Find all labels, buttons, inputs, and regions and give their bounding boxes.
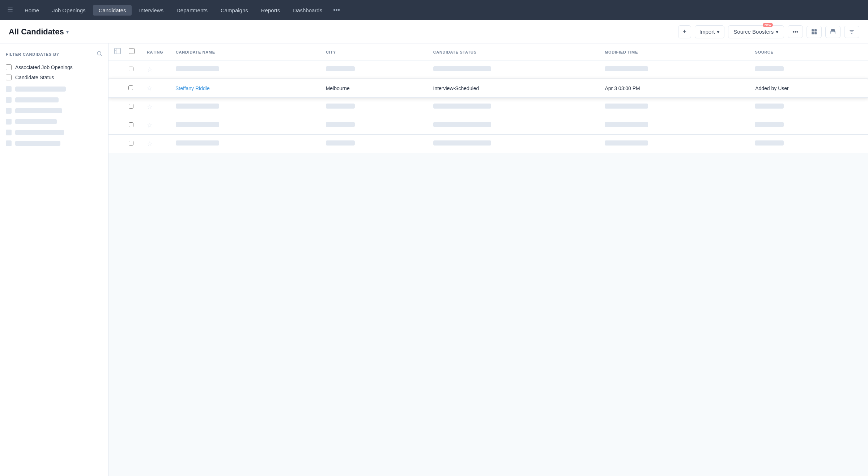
steffany-star-icon[interactable]: ☆ xyxy=(146,85,152,92)
associated-jobs-label: Associated Job Openings xyxy=(15,64,73,70)
print-button[interactable] xyxy=(825,26,841,38)
table-row: ☆ xyxy=(109,60,868,79)
top-navigation: ☰ Home Job Openings Candidates Interview… xyxy=(0,0,868,20)
row-checkbox[interactable] xyxy=(129,104,133,109)
row-checkbox[interactable] xyxy=(129,122,133,127)
star-icon[interactable]: ☆ xyxy=(147,122,153,129)
page-title: All Candidates xyxy=(9,27,64,37)
table-row: ☆ xyxy=(109,116,868,135)
svg-rect-9 xyxy=(115,48,120,54)
svg-rect-6 xyxy=(831,32,835,34)
nav-job-openings[interactable]: Job Openings xyxy=(46,5,92,16)
content-area: RATING CANDIDATE NAME CITY CANDIDATE STA… xyxy=(109,43,868,476)
sidebar-search-icon[interactable] xyxy=(97,51,102,58)
more-options-button[interactable]: ••• xyxy=(788,25,803,38)
steffany-source: Added by User xyxy=(755,85,789,91)
steffany-modified-time: Apr 3 03:00 PM xyxy=(605,85,640,91)
nav-reports[interactable]: Reports xyxy=(255,5,286,16)
svg-rect-3 xyxy=(814,32,817,34)
sidebar-title: FILTER CANDIDATES BY xyxy=(6,52,59,56)
print-icon xyxy=(830,29,836,35)
associated-jobs-checkbox[interactable] xyxy=(6,64,12,70)
sidebar-filter-associated-jobs[interactable]: Associated Job Openings xyxy=(6,64,102,70)
nav-interviews[interactable]: Interviews xyxy=(133,5,169,16)
column-candidate-name: CANDIDATE NAME xyxy=(176,50,215,54)
nav-more-icon[interactable]: ••• xyxy=(329,4,344,16)
svg-rect-7 xyxy=(834,31,835,32)
star-icon[interactable]: ☆ xyxy=(147,103,153,110)
import-label: Import xyxy=(699,29,715,35)
column-source: SOURCE xyxy=(755,50,773,54)
column-rating: RATING xyxy=(147,50,163,54)
table-row: ☆ xyxy=(109,98,868,116)
table-row: ☆ xyxy=(109,135,868,153)
sidebar-skeleton-section xyxy=(6,86,102,146)
table-header: RATING CANDIDATE NAME CITY CANDIDATE STA… xyxy=(109,43,868,60)
grid-view-button[interactable] xyxy=(807,26,822,38)
import-button[interactable]: Import ▾ xyxy=(695,25,725,38)
column-city: CITY xyxy=(326,50,336,54)
steffany-checkbox[interactable] xyxy=(128,85,133,90)
candidate-status-checkbox[interactable] xyxy=(6,75,12,80)
steffany-riddle-link[interactable]: Steffany Riddle xyxy=(175,85,210,91)
sort-icon xyxy=(849,29,855,35)
new-badge: New xyxy=(763,23,773,27)
title-dropdown-icon[interactable]: ▾ xyxy=(66,29,69,35)
nav-campaigns[interactable]: Campaigns xyxy=(215,5,254,16)
import-dropdown-icon: ▾ xyxy=(717,29,720,35)
svg-rect-2 xyxy=(812,32,814,34)
select-all-checkbox[interactable] xyxy=(129,48,135,54)
row-checkbox[interactable] xyxy=(129,67,133,71)
star-icon[interactable]: ☆ xyxy=(147,140,153,147)
star-icon[interactable]: ☆ xyxy=(147,66,153,73)
svg-rect-1 xyxy=(814,29,817,31)
main-layout: FILTER CANDIDATES BY Associated Job Open… xyxy=(0,43,868,476)
source-boosters-button[interactable]: New Source Boosters ▾ xyxy=(728,25,784,38)
menu-icon[interactable]: ☰ xyxy=(7,6,13,14)
add-button[interactable]: + xyxy=(678,25,691,38)
table-row-steffany: ☆ Steffany Riddle Melbourne Interview-Sc… xyxy=(109,79,868,98)
grid-icon xyxy=(811,29,817,35)
column-candidate-status: CANDIDATE STATUS xyxy=(433,50,477,54)
column-modified-time: MODIFIED TIME xyxy=(605,50,638,54)
sidebar: FILTER CANDIDATES BY Associated Job Open… xyxy=(0,43,109,476)
steffany-city: Melbourne xyxy=(326,85,350,91)
sidebar-filter-candidate-status[interactable]: Candidate Status xyxy=(6,75,102,80)
sort-button[interactable] xyxy=(844,26,859,38)
table-body: ☆ ☆ Steffany Riddle Melbourne In xyxy=(109,60,868,476)
svg-rect-0 xyxy=(812,29,814,31)
toolbar: All Candidates ▾ + Import ▾ New Source B… xyxy=(0,20,868,43)
nav-dashboards[interactable]: Dashboards xyxy=(287,5,328,16)
source-boosters-label: Source Boosters xyxy=(733,29,774,35)
nav-candidates[interactable]: Candidates xyxy=(93,5,132,16)
steffany-status: Interview-Scheduled xyxy=(433,85,479,91)
nav-home[interactable]: Home xyxy=(19,5,45,16)
expand-columns-icon[interactable] xyxy=(114,49,121,55)
row-checkbox[interactable] xyxy=(129,141,133,146)
nav-departments[interactable]: Departments xyxy=(171,5,213,16)
source-boosters-dropdown-icon: ▾ xyxy=(776,29,779,35)
candidate-status-label: Candidate Status xyxy=(15,75,54,80)
